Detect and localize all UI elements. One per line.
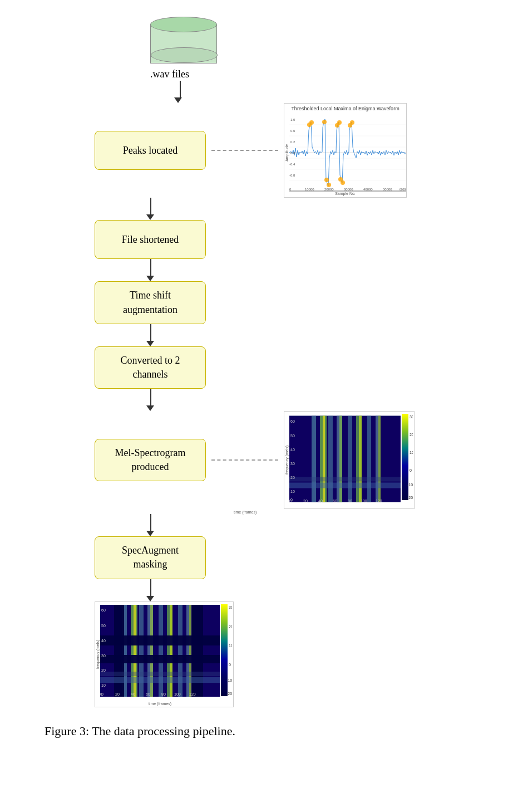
svg-rect-40 [348, 416, 352, 502]
svg-text:30: 30 [229, 605, 232, 609]
timeshift-box: Time shiftaugmentation [95, 281, 206, 324]
svg-rect-36 [323, 416, 325, 502]
svg-text:30000: 30000 [344, 188, 353, 191]
peaks-row: Peaks located Thresholded Local Maxima o… [95, 103, 484, 198]
svg-rect-72 [134, 605, 136, 697]
svg-rect-86 [100, 677, 220, 683]
svg-rect-43 [367, 416, 371, 502]
melspec-box: Mel-Spectrogramproduced [95, 439, 206, 481]
melspec-row: Mel-Spectrogramproduced frequency (mels) [95, 411, 484, 509]
svg-rect-102 [221, 604, 228, 696]
colorbar-1: 30 20 10 0 -10 -20 [401, 412, 414, 508]
svg-rect-39 [339, 416, 342, 502]
peaks-box: Peaks located [95, 131, 206, 170]
spectrogram-chart-1: frequency (mels) [284, 411, 415, 509]
svg-text:20: 20 [410, 433, 413, 437]
channels-box: Converted to 2channels [95, 346, 206, 389]
spec1-area: 60 50 40 30 20 10 0 0 20 40 60 80 100 [289, 412, 401, 508]
svg-text:0.0: 0.0 [290, 151, 295, 155]
svg-text:20: 20 [290, 476, 295, 480]
shorten-box: File shortened [95, 220, 206, 259]
svg-text:10000: 10000 [305, 188, 314, 191]
dashed-line-melspec [211, 459, 278, 461]
svg-text:60000: 60000 [399, 188, 406, 191]
svg-text:10: 10 [229, 644, 232, 648]
svg-rect-76 [159, 605, 163, 697]
svg-rect-46 [289, 483, 401, 488]
svg-text:10: 10 [410, 451, 413, 454]
svg-text:-0.4: -0.4 [289, 163, 295, 166]
svg-text:120: 120 [376, 499, 382, 503]
svg-rect-33 [289, 416, 401, 502]
waveform-chart: Thresholded Local Maxima of Enigma Wavef… [284, 103, 407, 198]
svg-rect-75 [150, 605, 153, 697]
svg-rect-73 [139, 605, 144, 697]
svg-text:30: 30 [290, 462, 295, 466]
spec1-y-label: frequency (mels) [284, 412, 289, 508]
svg-text:120: 120 [189, 692, 196, 696]
svg-rect-85 [192, 605, 203, 697]
svg-text:60: 60 [101, 608, 106, 612]
svg-text:-20: -20 [226, 692, 232, 696]
svg-text:20: 20 [115, 692, 120, 696]
svg-text:0: 0 [289, 499, 292, 503]
svg-text:20: 20 [101, 668, 106, 672]
svg-text:60: 60 [146, 692, 150, 696]
waveform-area: 1.0 0.6 0.2 0.0 -0.4 -0.8 0 10000 20000 … [289, 114, 406, 192]
svg-rect-87 [100, 672, 220, 676]
svg-rect-81 [189, 605, 191, 697]
svg-point-10 [322, 120, 327, 124]
svg-text:10: 10 [101, 683, 106, 687]
waveform-x-label: Sample No. [284, 192, 406, 197]
db-label: .wav files [150, 68, 189, 81]
spec1-x-label: time (frames) [234, 510, 256, 514]
diagram-area: .wav files Peaks located Thresholded Loc… [33, 17, 480, 707]
svg-point-18 [350, 120, 354, 125]
specaug-row: SpecAugmentmasking [95, 536, 484, 579]
spec2-y-label: frequency (mels) [95, 602, 100, 707]
svg-text:50: 50 [290, 434, 295, 438]
svg-text:80: 80 [161, 692, 166, 696]
svg-text:100: 100 [361, 499, 367, 503]
svg-rect-62 [402, 414, 408, 500]
svg-text:0.6: 0.6 [290, 129, 295, 133]
svg-text:60: 60 [333, 499, 337, 503]
svg-point-14 [337, 120, 342, 125]
channels-row: Converted to 2channels [95, 346, 484, 389]
svg-text:0: 0 [410, 468, 412, 472]
svg-text:60: 60 [290, 419, 295, 423]
shorten-row: File shortened [95, 220, 484, 259]
timeshift-row: Time shiftaugmentation [95, 281, 484, 324]
svg-text:40: 40 [318, 499, 323, 503]
svg-rect-45 [378, 416, 381, 502]
svg-text:40000: 40000 [363, 188, 373, 191]
dashed-line-peaks [211, 150, 278, 151]
svg-text:10: 10 [290, 490, 295, 493]
svg-text:-10: -10 [226, 678, 232, 682]
svg-text:40: 40 [290, 448, 295, 452]
svg-text:80: 80 [348, 499, 352, 503]
svg-rect-84 [114, 605, 124, 697]
svg-point-11 [324, 178, 329, 182]
svg-text:20: 20 [229, 625, 232, 629]
svg-text:30: 30 [101, 654, 106, 658]
svg-text:-0.8: -0.8 [289, 174, 295, 177]
svg-rect-42 [359, 416, 362, 502]
figure-caption: Figure 3: The data processing pipeline. [33, 724, 480, 738]
svg-text:50: 50 [101, 624, 106, 628]
svg-rect-34 [312, 416, 316, 502]
specaug-box: SpecAugmentmasking [95, 536, 206, 579]
figure-container: .wav files Peaks located Thresholded Loc… [0, 0, 513, 761]
database-symbol [150, 17, 217, 63]
svg-rect-78 [170, 605, 172, 697]
svg-text:1.0: 1.0 [290, 118, 295, 121]
svg-point-16 [341, 180, 345, 185]
svg-point-12 [327, 183, 331, 187]
svg-rect-79 [178, 605, 182, 697]
svg-text:30: 30 [410, 415, 413, 419]
svg-text:40: 40 [101, 639, 106, 643]
svg-text:0: 0 [100, 692, 102, 696]
svg-text:-10: -10 [407, 483, 413, 487]
waveform-y-label: Amplitude [284, 114, 289, 192]
svg-text:20: 20 [303, 499, 308, 503]
